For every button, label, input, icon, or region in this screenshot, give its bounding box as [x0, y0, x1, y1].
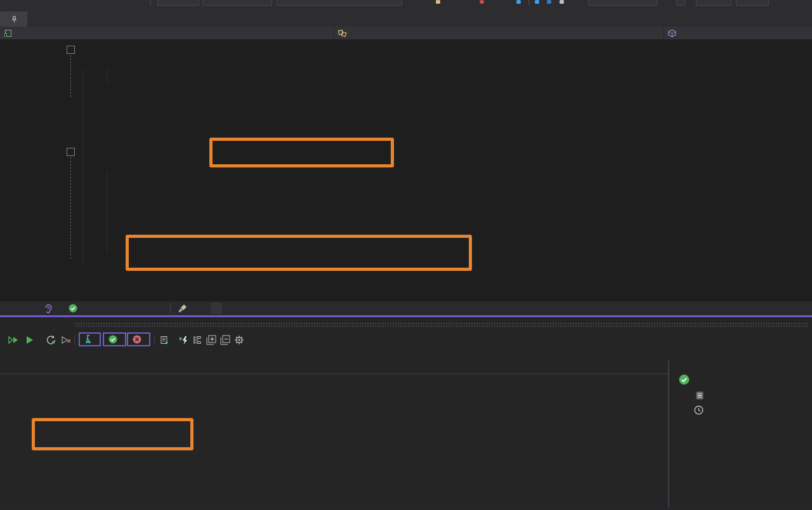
nav-project-dropdown[interactable] [0, 27, 334, 39]
indent-guide [107, 70, 107, 83]
drag-grip[interactable] [75, 322, 808, 327]
filter-total-tests[interactable] [79, 332, 101, 346]
toolbar-dropdown[interactable] [157, 0, 199, 6]
toolbar-dropdown[interactable] [696, 0, 731, 6]
document-tab-bar [0, 6, 812, 27]
nav-member-dropdown[interactable] [664, 27, 812, 39]
details-source-row [695, 391, 712, 400]
class-icon [338, 29, 347, 37]
toolbar-dropdown[interactable] [277, 0, 402, 6]
fold-collapse-box[interactable] [67, 148, 75, 156]
toolbar-icon[interactable] [480, 0, 484, 4]
filter-passed-tests[interactable] [103, 332, 126, 346]
pin-icon[interactable] [11, 16, 18, 23]
table-header[interactable] [0, 360, 668, 374]
fail-circle-icon [133, 335, 141, 344]
indent-guide [82, 70, 83, 265]
toolbar-dropdown[interactable] [736, 0, 769, 6]
gear-icon[interactable] [234, 333, 244, 347]
toolbar-icon[interactable] [535, 0, 539, 4]
details-duration-row [694, 405, 707, 415]
project-icon [4, 29, 12, 37]
highlight-box-assert [126, 235, 472, 271]
toolbar-dropdown[interactable] [202, 0, 272, 6]
flask-icon [84, 335, 92, 344]
highlight-box-method-name [209, 138, 394, 167]
hierarchy-icon[interactable] [193, 333, 202, 347]
test-toolbar [0, 331, 812, 349]
playlist-icon[interactable] [160, 333, 169, 347]
document-icon [695, 391, 704, 400]
clock-icon [694, 405, 704, 415]
toolbar-icon[interactable] [560, 0, 564, 4]
test-tree-table [0, 360, 668, 510]
top-toolbar-strip [0, 0, 812, 6]
tab-unittest1[interactable] [0, 11, 27, 27]
editor-status-bar [0, 301, 812, 315]
scroll-left-arrow[interactable] [211, 303, 222, 314]
problems-indicator[interactable] [69, 301, 81, 315]
nav-type-dropdown[interactable] [334, 27, 664, 39]
toolbar-icon[interactable] [547, 0, 551, 4]
check-circle-icon [108, 335, 117, 344]
repeat-run-icon[interactable] [46, 333, 56, 347]
test-explorer-panel [0, 317, 812, 510]
fold-collapse-box[interactable] [67, 46, 75, 54]
check-circle-icon [679, 374, 690, 385]
visual-studio-window [0, 0, 812, 510]
filter-failed-tests[interactable] [127, 332, 150, 346]
test-details-pane [670, 360, 812, 510]
code-cleanup-brush-icon[interactable] [178, 301, 188, 315]
collapse-all-icon[interactable] [220, 333, 230, 347]
fold-line [70, 157, 71, 259]
details-test-name-row [679, 374, 693, 385]
run-icon[interactable] [25, 333, 34, 347]
code-editor[interactable] [0, 39, 812, 301]
expand-all-icon[interactable] [206, 333, 216, 347]
toolbar-icon[interactable] [436, 0, 440, 4]
run-lightning-icon[interactable] [179, 333, 189, 347]
indent-guide [107, 172, 107, 252]
check-circle-icon [69, 304, 77, 313]
cancel-run-icon[interactable] [61, 333, 72, 347]
fold-line [70, 55, 71, 97]
run-all-icon[interactable] [8, 333, 19, 347]
navigation-bar [0, 27, 812, 39]
status-bar-edge [0, 507, 812, 510]
listen-icon[interactable] [44, 301, 53, 315]
panel-splitter[interactable] [668, 360, 669, 510]
panel-title-bar[interactable] [0, 317, 812, 331]
method-cube-icon [668, 29, 676, 37]
toolbar-button[interactable] [676, 0, 685, 6]
toolbar-dropdown[interactable] [588, 0, 657, 6]
toolbar-icon[interactable] [516, 0, 521, 4]
